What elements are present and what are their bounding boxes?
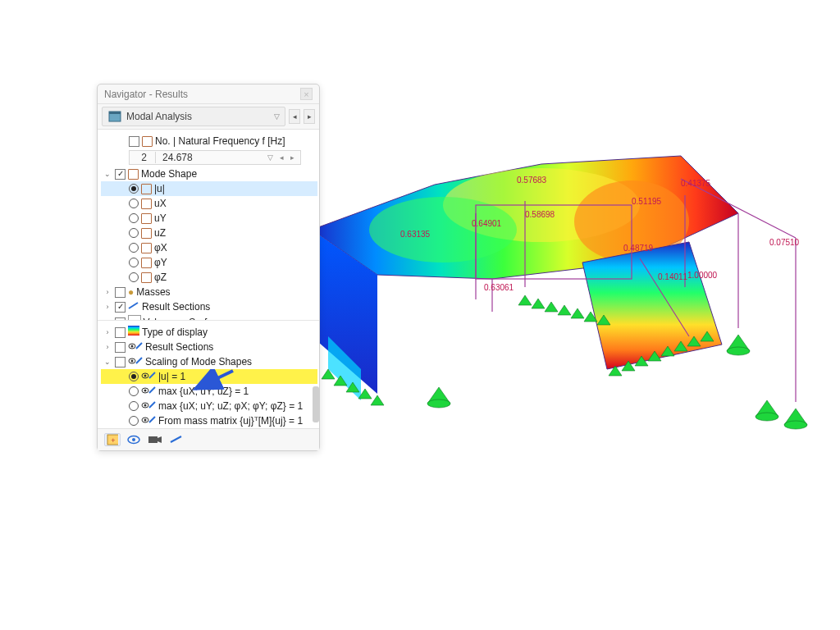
node-value-label: 0.41375: [681, 179, 710, 188]
scaling-option-max3[interactable]: max {uX; uY; uZ} = 1: [101, 384, 317, 399]
mode-shape-option-uz[interactable]: uZ: [101, 226, 317, 240]
mode-shape-checkbox[interactable]: [115, 169, 126, 180]
collapse-icon[interactable]: ⌄: [103, 167, 112, 180]
freq-index: 2: [133, 152, 156, 163]
chevron-down-icon: ▽: [265, 153, 276, 162]
freq-selector[interactable]: 2 24.678 ▽ ◂ ▸: [129, 150, 301, 165]
scrollbar-thumb[interactable]: [313, 386, 319, 422]
svg-marker-23: [545, 302, 558, 312]
node-value-label: 0.57683: [517, 176, 546, 185]
analysis-dropdown-label: Modal Analysis: [126, 111, 192, 122]
mode-shape-label: Mode Shape: [141, 167, 197, 180]
svg-rect-46: [128, 326, 139, 336]
supports: [322, 295, 807, 429]
show-results-button[interactable]: +: [104, 433, 121, 446]
svg-marker-6: [582, 242, 722, 369]
masses-node[interactable]: › ● Masses: [101, 285, 317, 299]
expand-icon[interactable]: ›: [103, 340, 112, 354]
svg-point-62: [132, 438, 135, 441]
svg-marker-25: [571, 308, 584, 318]
svg-point-41: [784, 421, 807, 429]
mode-shape-option-u[interactable]: |u|: [101, 181, 317, 196]
svg-point-2: [369, 197, 517, 262]
bracket-icon: [141, 213, 152, 224]
section-tool-button[interactable]: [168, 433, 185, 446]
radio-scale-max3[interactable]: [129, 386, 139, 396]
analysis-next-button[interactable]: ▸: [304, 109, 315, 124]
expand-icon[interactable]: ›: [103, 285, 112, 299]
node-value-label: 0.07510: [769, 238, 799, 247]
panel-bottom-toolbar: +: [98, 428, 319, 450]
analysis-prev-button[interactable]: ◂: [289, 109, 300, 124]
scaling-checkbox[interactable]: [115, 357, 126, 368]
svg-point-58: [144, 419, 147, 422]
bracket-icon: [141, 199, 152, 209]
mode-shape-option-phiy[interactable]: φY: [101, 255, 317, 270]
radio-scale-max6[interactable]: [129, 401, 139, 411]
bracket-icon: [141, 184, 152, 194]
navigator-panel: Navigator - Results × Modal Analysis ▽ ◂…: [97, 84, 320, 451]
svg-marker-21: [518, 295, 532, 305]
model-viewport[interactable]: 0.576830.413750.586980.511950.649010.631…: [279, 123, 812, 451]
mode-shape-option-phiz[interactable]: φZ: [101, 270, 317, 285]
analysis-dropdown[interactable]: Modal Analysis ▽: [102, 107, 285, 126]
bracket-icon: [141, 258, 152, 268]
svg-point-52: [144, 375, 147, 377]
model-render: [279, 123, 812, 451]
section-eye-icon: [128, 355, 143, 368]
result-sections-display-checkbox[interactable]: [115, 342, 126, 353]
radio-phiz[interactable]: [129, 272, 139, 282]
freq-value: 24.678: [158, 152, 263, 163]
gradient-icon: [128, 326, 139, 339]
freq-header-row[interactable]: No. | Natural Frequency f [Hz]: [101, 134, 317, 148]
panel-title-text: Navigator - Results: [104, 89, 188, 100]
collapse-icon[interactable]: ⌄: [103, 355, 112, 368]
section-eye-icon: [141, 385, 156, 398]
section-eye-icon: [128, 340, 143, 354]
scaling-option-u1[interactable]: |u| = 1: [101, 369, 317, 384]
section-eye-icon: [141, 399, 156, 413]
mode-shape-node[interactable]: ⌄ Mode Shape: [101, 167, 317, 181]
chevron-down-icon: ▽: [274, 112, 280, 121]
node-value-label: 0.63135: [400, 230, 430, 239]
mode-shape-option-ux[interactable]: uX: [101, 196, 317, 211]
display-settings-tree: › Type of display › Result Sections ⌄ Sc…: [98, 320, 319, 428]
table-icon: [107, 109, 122, 124]
radio-uz[interactable]: [129, 228, 139, 238]
svg-point-37: [427, 399, 450, 408]
masses-checkbox[interactable]: [115, 287, 126, 298]
scaling-option-mass[interactable]: From mass matrix {uj}ᵀ[M]{uj} = 1: [101, 413, 317, 428]
freq-next[interactable]: ▸: [288, 153, 297, 162]
bracket-icon: [141, 228, 152, 239]
values-on-surfaces-node[interactable]: x.x Values on Surfaces: [101, 314, 317, 320]
radio-scale-u[interactable]: [129, 372, 139, 381]
panel-close-button[interactable]: ×: [300, 88, 313, 100]
result-sections-checkbox[interactable]: [115, 302, 126, 313]
type-of-display-node[interactable]: › Type of display: [101, 325, 317, 340]
scaling-node[interactable]: ⌄ Scaling of Mode Shapes: [101, 354, 317, 369]
result-sections-node[interactable]: › Result Sections: [101, 299, 317, 314]
bracket-icon: [128, 169, 139, 180]
svg-point-43: [756, 413, 778, 421]
radio-scale-mass[interactable]: [129, 416, 139, 426]
scaling-option-max6[interactable]: max {uX; uY; uZ; φX; φY; φZ} = 1: [101, 399, 317, 413]
expand-icon[interactable]: ›: [103, 300, 112, 313]
freq-checkbox[interactable]: [129, 136, 139, 147]
camera-button[interactable]: [147, 433, 163, 446]
radio-phix[interactable]: [129, 243, 139, 253]
svg-rect-63: [148, 436, 158, 443]
svg-marker-22: [532, 299, 545, 308]
expand-icon[interactable]: ›: [103, 326, 112, 339]
radio-uy[interactable]: [129, 213, 139, 223]
radio-ux[interactable]: [129, 199, 139, 208]
freq-prev[interactable]: ◂: [277, 153, 286, 162]
mode-shape-option-phix[interactable]: φX: [101, 240, 317, 255]
radio-u[interactable]: [129, 184, 139, 194]
visibility-button[interactable]: [126, 433, 142, 446]
result-sections-display-node[interactable]: › Result Sections: [101, 340, 317, 354]
svg-point-54: [144, 390, 147, 392]
mode-shape-option-uy[interactable]: uY: [101, 211, 317, 226]
display-checkbox[interactable]: [115, 327, 126, 338]
svg-text:+: +: [111, 436, 115, 445]
radio-phiy[interactable]: [129, 258, 139, 267]
